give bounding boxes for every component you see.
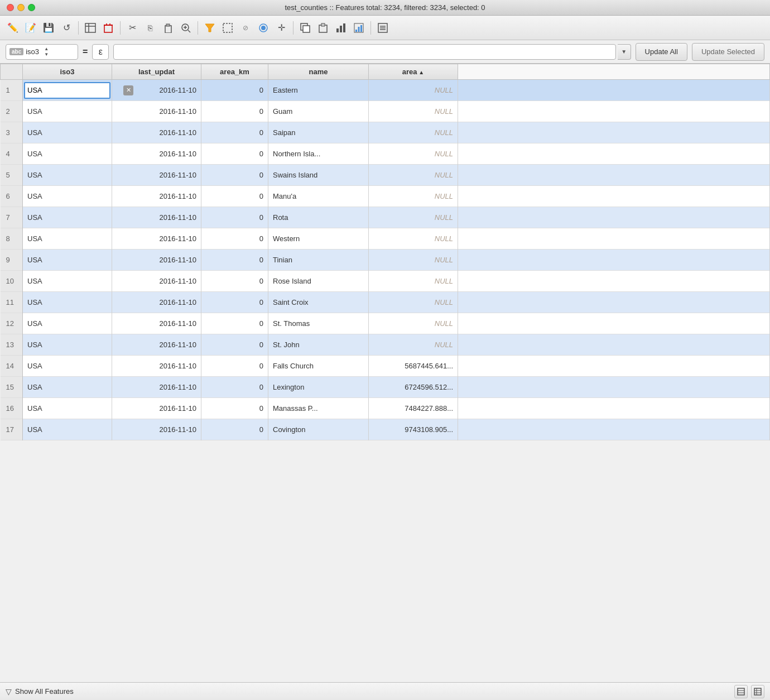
actions-button[interactable] <box>374 20 391 36</box>
filter-button[interactable] <box>201 20 218 36</box>
close-button[interactable] <box>7 4 14 11</box>
table-scroll-area[interactable]: iso3 last_updat area_km name area 1✕2016… <box>0 64 770 700</box>
table-row[interactable]: 9USA2016-11-100TinianNULL <box>1 250 770 271</box>
field-stepper[interactable]: ▲ ▼ <box>42 46 50 57</box>
table-row[interactable]: 1✕2016-11-100EasternNULL <box>1 80 770 101</box>
cell-iso3[interactable]: ✕ <box>23 80 112 101</box>
header-last-updat[interactable]: last_updat <box>112 64 201 80</box>
cell-extra <box>458 228 770 250</box>
cell-rownum: 3 <box>1 122 23 143</box>
table-row[interactable]: 15USA2016-11-100Lexington6724596.512... <box>1 377 770 398</box>
cell-rownum: 13 <box>1 334 23 356</box>
cell-area: NULL <box>369 186 458 207</box>
header-iso3[interactable]: iso3 <box>23 64 112 80</box>
table-row[interactable]: 17USA2016-11-100Covington9743108.905... <box>1 419 770 440</box>
cell-area-km: 0 <box>201 313 268 334</box>
table-row[interactable]: 5USA2016-11-100Swains IslandNULL <box>1 165 770 186</box>
deselect-button[interactable]: ⊘ <box>237 20 254 36</box>
delete-button[interactable] <box>100 20 117 36</box>
paste-features-button[interactable] <box>315 20 331 36</box>
copy-features-button[interactable] <box>297 20 314 36</box>
table-row[interactable]: 4USA2016-11-100Northern Isla...NULL <box>1 143 770 165</box>
field-type-badge: abc <box>9 48 23 55</box>
invert-selection-button[interactable] <box>255 20 272 36</box>
cut-button[interactable]: ✂ <box>124 20 141 36</box>
cell-iso3: USA <box>23 313 112 334</box>
cell-rownum: 12 <box>1 313 23 334</box>
header-area[interactable]: area <box>369 64 458 80</box>
table-row[interactable]: 13USA2016-11-100St. JohnNULL <box>1 334 770 356</box>
cell-area-km: 0 <box>201 207 268 228</box>
cell-area: NULL <box>369 80 458 101</box>
table-row[interactable]: 3USA2016-11-100SaipanNULL <box>1 122 770 143</box>
minimize-button[interactable] <box>17 4 25 11</box>
update-selected-button[interactable]: Update Selected <box>692 43 764 61</box>
cell-extra <box>458 186 770 207</box>
table-row[interactable]: 11USA2016-11-100Saint CroixNULL <box>1 292 770 313</box>
show-all-label[interactable]: Show All Features <box>15 687 74 696</box>
svg-rect-21 <box>336 28 339 32</box>
save-button[interactable]: 💾 <box>40 20 57 36</box>
table-row[interactable]: 2USA2016-11-100GuamNULL <box>1 101 770 122</box>
cell-name: Rose Island <box>268 271 369 292</box>
cell-area-km: 0 <box>201 250 268 271</box>
cell-area: 7484227.888... <box>369 398 458 419</box>
cell-area-km: 0 <box>201 165 268 186</box>
svg-rect-25 <box>355 30 357 32</box>
zoom-selected-button[interactable] <box>177 20 194 36</box>
pan-button[interactable]: ✛ <box>273 20 290 36</box>
separator-3 <box>198 21 198 35</box>
cell-area: NULL <box>369 101 458 122</box>
expression-dropdown-button[interactable]: ▼ <box>618 44 631 60</box>
cell-iso3: USA <box>23 186 112 207</box>
cell-area: NULL <box>369 313 458 334</box>
table-row[interactable]: 6USA2016-11-100Manu'aNULL <box>1 186 770 207</box>
stepper-up[interactable]: ▲ <box>42 46 50 52</box>
svg-rect-18 <box>303 26 310 32</box>
cell-rownum: 5 <box>1 165 23 186</box>
table-row[interactable]: 16USA2016-11-100Manassas P...7484227.888… <box>1 398 770 419</box>
field-selector[interactable]: abc iso3 ▲ ▼ <box>6 44 78 60</box>
header-name[interactable]: name <box>268 64 369 80</box>
cell-iso3: USA <box>23 398 112 419</box>
table-row[interactable]: 8USA2016-11-100WesternNULL <box>1 228 770 250</box>
cell-area-km: 0 <box>201 186 268 207</box>
bottom-right-icon-button[interactable] <box>751 685 764 698</box>
stepper-down[interactable]: ▼ <box>42 52 50 57</box>
cell-area: NULL <box>369 271 458 292</box>
svg-rect-22 <box>340 26 342 32</box>
table-row[interactable]: 12USA2016-11-100St. ThomasNULL <box>1 313 770 334</box>
cell-clear-button[interactable]: ✕ <box>123 85 133 95</box>
chart-button[interactable] <box>350 20 367 36</box>
cell-area: NULL <box>369 207 458 228</box>
cell-rownum: 11 <box>1 292 23 313</box>
refresh-button[interactable]: ↺ <box>58 20 75 36</box>
cell-name: Swains Island <box>268 165 369 186</box>
window-title: test_counties :: Features total: 3234, f… <box>285 3 485 12</box>
select-all-button[interactable] <box>219 20 236 36</box>
cell-edit-input[interactable] <box>25 86 123 94</box>
cell-name: Lexington <box>268 377 369 398</box>
svg-rect-23 <box>343 23 345 32</box>
header-area-km[interactable]: area_km <box>201 64 268 80</box>
table-row[interactable]: 14USA2016-11-100Falls Church5687445.641.… <box>1 356 770 377</box>
pencil-button[interactable]: ✏️ <box>4 20 21 36</box>
cell-extra <box>458 80 770 101</box>
new-table-button[interactable] <box>82 20 99 36</box>
expression-input[interactable] <box>113 44 615 60</box>
copy-button[interactable]: ⎘ <box>142 20 158 36</box>
epsilon-button[interactable]: ε <box>92 44 109 60</box>
edit-attributes-button[interactable]: 📝 <box>22 20 39 36</box>
table-row[interactable]: 10USA2016-11-100Rose IslandNULL <box>1 271 770 292</box>
paste-button[interactable] <box>160 20 176 36</box>
maximize-button[interactable] <box>28 4 35 11</box>
cell-rownum: 15 <box>1 377 23 398</box>
update-all-button[interactable]: Update All <box>636 43 687 61</box>
cell-name: Manu'a <box>268 186 369 207</box>
table-row[interactable]: 7USA2016-11-100RotaNULL <box>1 207 770 228</box>
cell-last-updat: 2016-11-10 <box>112 313 201 334</box>
bottom-left-icon-button[interactable] <box>734 685 748 698</box>
stats-button[interactable] <box>333 20 349 36</box>
cell-last-updat: 2016-11-10 <box>112 143 201 165</box>
cell-iso3: USA <box>23 292 112 313</box>
